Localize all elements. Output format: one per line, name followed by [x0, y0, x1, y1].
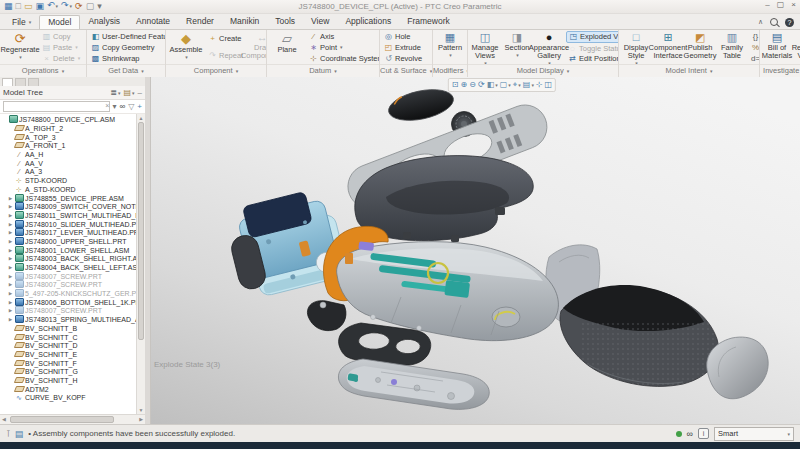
tree-item[interactable]: BV_SCHNITT_G	[0, 367, 137, 376]
redo-button[interactable]: ↷▾	[61, 1, 72, 11]
edit-position-button[interactable]: ⇄Edit Position	[566, 53, 618, 63]
point-button[interactable]: ∗Point▾	[307, 42, 379, 53]
zoom-out-icon[interactable]: ⊖	[469, 80, 476, 90]
tree-item[interactable]: BV_SCHNITT_D	[0, 341, 137, 350]
tree-item[interactable]: BV_SCHNITT_C	[0, 333, 137, 342]
pattern-button[interactable]: ▦Pattern▾	[435, 31, 465, 64]
scrollbar-thumb[interactable]	[138, 122, 144, 340]
tree-item[interactable]: ▶JS748017_LEVER_MULTIHEAD.PRT	[0, 228, 137, 237]
tab-annotate[interactable]: Annotate	[128, 15, 178, 29]
copy-button[interactable]: ▥Copy	[40, 31, 82, 42]
scroll-right-icon[interactable]: ▶	[139, 415, 143, 424]
tab-framework[interactable]: Framework	[399, 15, 458, 29]
hole-button[interactable]: ◎Hole	[382, 31, 424, 42]
ribbon-group-label[interactable]: Model Display ▾	[468, 64, 618, 77]
scrollbar-thumb[interactable]	[10, 416, 114, 423]
scroll-left-icon[interactable]: ◀	[2, 415, 6, 424]
search-options-caret[interactable]: ▾	[112, 103, 116, 111]
add-search-icon[interactable]: +	[137, 103, 142, 111]
repeat-button[interactable]: ↷Repeat	[206, 50, 245, 61]
scroll-up-icon[interactable]: ▲	[137, 114, 145, 122]
relations-button[interactable]: d=Relations	[749, 53, 759, 64]
tree-item[interactable]: BV_SCHNITT_H	[0, 376, 137, 385]
copy-geometry-button[interactable]: ▨Copy Geometry	[89, 42, 165, 53]
display-style-button[interactable]: □Display Style▾	[621, 31, 651, 64]
ribbon-group-label[interactable]: Get Data ▾	[87, 64, 165, 77]
extrude-button[interactable]: ◰Extrude	[382, 42, 424, 53]
reference-viewer-button[interactable]: ⊶Reference Viewer	[794, 31, 800, 64]
tab-applications[interactable]: Applications	[337, 15, 399, 29]
tree-item[interactable]: ⁄AA_3	[0, 168, 137, 177]
ribbon-group-label[interactable]: Component ▾	[166, 64, 266, 77]
model-tree-tab[interactable]	[2, 78, 13, 86]
assemble-button[interactable]: ◆Assemble▾	[168, 31, 204, 64]
minimize-ribbon-icon[interactable]: ∧	[758, 18, 763, 26]
tab-analysis[interactable]: Analysis	[80, 15, 128, 29]
tree-item[interactable]: ⊹A_STD-KOORD	[0, 185, 137, 194]
selection-filter-icon[interactable]: ⊺	[6, 429, 11, 439]
graphics-viewport[interactable]: ⊡⊕⊖⟳◧▾▢▾⌖▾▤▾⊹◫ Explode State 3(3)	[151, 77, 800, 424]
appearance-gallery-button[interactable]: ●Appearance Gallery▾	[534, 31, 564, 64]
tree-item[interactable]: ▶5_497-205-KNICKSCHUTZ_GER.PRT	[0, 289, 137, 298]
section-button[interactable]: ◨Section▾	[502, 31, 532, 64]
tree-item[interactable]: ∿CURVE_BV_KOPF	[0, 393, 137, 402]
tree-columns-icon[interactable]: ▤▾	[123, 89, 134, 97]
create-button[interactable]: +Create	[206, 33, 245, 44]
paste-button[interactable]: ▤Paste▾	[40, 42, 82, 53]
publish-geometry-button[interactable]: ◩Publish Geometry	[685, 31, 715, 64]
delete-button[interactable]: ×Delete▾	[40, 53, 82, 64]
tree-item[interactable]: ▶JS748001_LOWER_SHELL.ASM	[0, 246, 137, 255]
new-file-button[interactable]: □	[16, 2, 21, 11]
tree-horizontal-scrollbar[interactable]: ◀ ▶	[0, 414, 145, 424]
folder-browser-tab[interactable]	[15, 78, 26, 86]
tree-item[interactable]: ⁄AA_H	[0, 150, 137, 159]
tab-manikin[interactable]: Manikin	[222, 15, 267, 29]
ribbon-group-label[interactable]: Modifiers ▾	[433, 64, 467, 77]
tab-view[interactable]: View	[303, 15, 337, 29]
regenerate-button[interactable]: ⟳Regenerate▾	[2, 31, 38, 64]
help-icon[interactable]: ?	[785, 18, 794, 27]
favorites-tab[interactable]	[28, 78, 39, 86]
tree-item[interactable]: ▶JS748006_BOTTOM_SHELL_1K.PRT	[0, 298, 137, 307]
tab-file[interactable]: File ▾	[4, 16, 39, 29]
view-mode-icon[interactable]: ◫	[545, 80, 553, 90]
parameters-button[interactable]: {}Parameters	[749, 31, 759, 42]
regenerate-quick-button[interactable]: ⟳	[75, 2, 83, 11]
switch-symbols-button[interactable]: %Switch Symbols	[749, 42, 759, 53]
tree-filters-icon[interactable]: ≣▾	[110, 89, 120, 97]
tree-vertical-scrollbar[interactable]: ▲ ▼	[136, 114, 145, 414]
tree-item[interactable]: ▶JS748011_SWITCH_MULTIHEAD_MONT.ASM	[0, 211, 137, 220]
tab-tools[interactable]: Tools	[267, 15, 303, 29]
tree-item[interactable]: ▶JS748000_UPPER_SHELL.PRT	[0, 237, 137, 246]
refit-icon[interactable]: ⊡	[452, 80, 459, 90]
bill-of-materials-button[interactable]: ▤Bill of Materials	[762, 31, 792, 64]
find-icon[interactable]: ∞	[687, 429, 693, 439]
revolve-button[interactable]: ↺Revolve	[382, 53, 424, 64]
toggle-status-button[interactable]: ◌Toggle Status	[566, 43, 618, 53]
tree-item[interactable]: BV_SCHNITT_F	[0, 359, 137, 368]
zoom-in-icon[interactable]: ⊕	[461, 80, 468, 90]
window-button[interactable]: ▢	[86, 2, 95, 11]
tree-item[interactable]: A_RIGHT_2	[0, 124, 137, 133]
selection-filter-dropdown[interactable]: Smart ▾	[714, 427, 794, 441]
tree-item[interactable]: BV_SCHNITT_E	[0, 350, 137, 359]
tree-item[interactable]: A_FRONT_1	[0, 142, 137, 151]
tree-item[interactable]: BV_SCHNITT_B	[0, 324, 137, 333]
tree-search-input[interactable]	[3, 101, 110, 112]
minimize-button[interactable]: –	[765, 0, 769, 9]
find-icon[interactable]: ∞	[119, 103, 125, 111]
customize-toolbar-button[interactable]: ▾	[97, 2, 102, 11]
search-icon[interactable]	[770, 18, 778, 26]
ribbon-group-label[interactable]: Operations ▾	[0, 64, 86, 77]
tree-item[interactable]: ▶JS748013_SPRING_MULTIHEAD_AUS.PRT	[0, 315, 137, 324]
ribbon-group-label[interactable]: Datum ▾	[267, 64, 379, 77]
tree-item[interactable]: ▶JS748855_DEVICE_IPRE.ASM	[0, 194, 137, 203]
ribbon-group-label[interactable]: Model Intent ▾	[619, 64, 759, 77]
ribbon-group-label[interactable]: Cut & Surface ▾	[380, 64, 432, 77]
shaded-view-icon[interactable]: ◧▾	[487, 80, 498, 90]
repaint-icon[interactable]: ⟳	[478, 80, 485, 90]
manage-views-button[interactable]: ◫Manage Views▾	[470, 31, 500, 64]
info-icon[interactable]: i	[698, 428, 709, 439]
shrinkwrap-button[interactable]: ▩Shrinkwrap	[89, 53, 165, 64]
tree-item[interactable]: ⊹STD-KOORD	[0, 176, 137, 185]
